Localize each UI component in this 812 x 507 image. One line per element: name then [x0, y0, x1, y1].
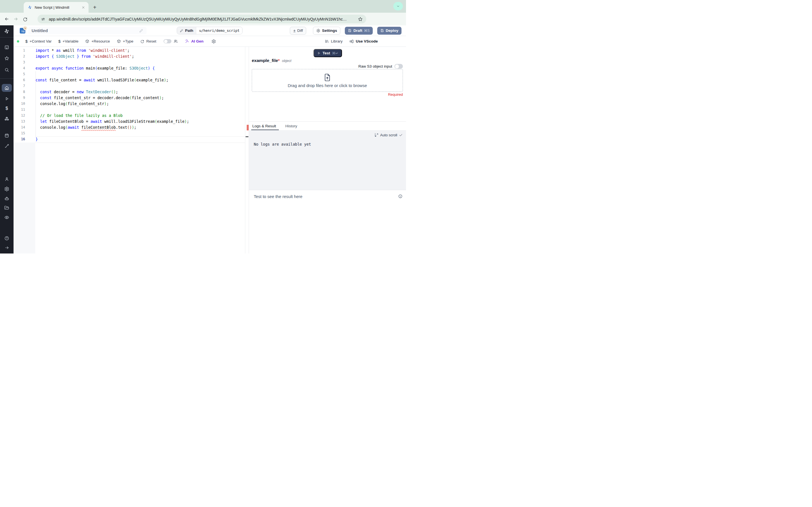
url-text: app.windmill.dev/scripts/add#JTdCJTIyaGF…	[49, 17, 355, 21]
line-number: 1	[13, 48, 25, 54]
code-line[interactable]: 7	[13, 83, 245, 89]
settings-button[interactable]: Settings	[313, 27, 340, 35]
code-text: console.log(await fileContentBlob.text()…	[36, 124, 137, 130]
collab-toggle-group	[163, 39, 178, 44]
expand-icon[interactable]	[375, 133, 378, 137]
no-logs-message: No logs are available yet	[254, 142, 311, 147]
code-line[interactable]: 1import * as wmill from 'windmill-client…	[13, 48, 245, 54]
code-line[interactable]: 2import { S3Object } from 'windmill-clie…	[13, 54, 245, 59]
logs-section: Logs & Result History Auto scroll No log…	[249, 121, 406, 253]
edit-pencil-icon[interactable]	[139, 29, 143, 33]
cursor-marker	[246, 136, 248, 137]
code-text: import * as wmill from 'windmill-client'…	[36, 48, 130, 54]
sidebar-item-home[interactable]	[2, 84, 12, 92]
line-number: 16	[13, 136, 25, 142]
code-line[interactable]: 16}	[13, 136, 245, 142]
sidebar-item-account[interactable]	[0, 175, 13, 183]
site-settings-icon[interactable]	[41, 17, 45, 21]
reset-button[interactable]: Reset	[140, 39, 156, 43]
sidebar-item-settings[interactable]	[0, 185, 13, 193]
sidebar-item-audit-logs[interactable]	[0, 214, 13, 221]
code-line[interactable]: 12 // Or load the file lazily as a Blob	[13, 113, 245, 119]
windmill-logo-icon	[4, 28, 10, 34]
save-icon	[348, 29, 352, 33]
reload-icon[interactable]	[22, 17, 28, 22]
package-icon	[85, 39, 89, 43]
code-editor[interactable]: 1import * as wmill from 'windmill-client…	[13, 47, 245, 253]
address-bar[interactable]: app.windmill.dev/scripts/add#JTdCJTIyaGF…	[38, 15, 366, 23]
sidebar-item-schedules[interactable]	[0, 132, 13, 139]
line-number: 5	[13, 71, 25, 77]
path-edit-button[interactable]: Path	[177, 27, 196, 34]
test-button[interactable]: Test ⌘↵	[313, 49, 342, 57]
result-area: Test to see the result here	[249, 190, 406, 199]
tab-search-chevron-button[interactable]	[393, 2, 403, 10]
code-line[interactable]: 8 const decoder = new TextDecoder();	[13, 89, 245, 95]
preview-panel: Test ⌘↵ example_file * object Raw S3 obj…	[249, 47, 406, 253]
code-line[interactable]: 4export async function main(example_file…	[13, 65, 245, 71]
argument-type: object	[282, 59, 291, 63]
code-text: let fileContentBlob = await wmill.loadS3…	[36, 119, 189, 124]
sidebar-collapse-arrow[interactable]	[0, 244, 13, 251]
line-number: 9	[13, 95, 25, 101]
code-line[interactable]: 15	[13, 130, 245, 136]
code-line[interactable]: 10 console.log(file_content_str);	[13, 101, 245, 107]
vscode-icon	[349, 39, 354, 44]
code-line[interactable]: 9 const file_content_str = decoder.decod…	[13, 95, 245, 101]
diff-button[interactable]: ± Diff	[290, 27, 306, 35]
overview-ruler[interactable]	[245, 47, 249, 253]
sidebar-item-workspace[interactable]	[0, 44, 13, 51]
sidebar-item-runs[interactable]	[0, 95, 13, 102]
add-type-button[interactable]: +Type	[117, 39, 133, 43]
code-line[interactable]: 3	[13, 59, 245, 65]
script-title-input[interactable]: Untitled	[28, 27, 147, 34]
tab-logs-result[interactable]: Logs & Result	[252, 122, 276, 130]
back-icon[interactable]	[4, 16, 9, 22]
sidebar-item-resources[interactable]	[0, 115, 13, 122]
code-line[interactable]: 6const file_content = await wmill.loadS3…	[13, 77, 245, 83]
ai-gen-button[interactable]: AI Gen	[185, 39, 204, 43]
tab-close-icon[interactable]	[81, 5, 86, 10]
code-line[interactable]: 13 let fileContentBlob = await wmill.loa…	[13, 119, 245, 124]
new-tab-button[interactable]: +	[91, 3, 99, 11]
raw-s3-toggle-row: Raw S3 object input	[358, 64, 403, 69]
bookmark-star-icon[interactable]	[358, 17, 363, 22]
deploy-button[interactable]: Deploy	[377, 27, 402, 35]
browser-tab[interactable]: New Script | Windmill	[24, 2, 89, 13]
logs-tabs: Logs & Result History	[249, 122, 406, 130]
library-button[interactable]: Library	[325, 39, 343, 43]
path-control[interactable]: Path u/henri/demo_script	[177, 27, 243, 34]
line-number: 10	[13, 101, 25, 107]
editor-settings-button[interactable]	[211, 39, 216, 44]
line-number: 6	[13, 77, 25, 83]
info-icon[interactable]	[398, 194, 403, 199]
wand-sparkles-icon	[185, 39, 189, 43]
required-asterisk: *	[278, 58, 280, 63]
add-context-var-button[interactable]: $ +Context Var	[26, 39, 52, 43]
dollar-icon: $	[58, 40, 61, 43]
sidebar-item-help[interactable]	[0, 235, 13, 242]
sidebar-item-favorites[interactable]	[0, 55, 13, 62]
code-line[interactable]: 11	[13, 107, 245, 113]
sidebar-item-search[interactable]	[0, 66, 13, 73]
tab-history[interactable]: History	[285, 122, 297, 130]
raw-s3-toggle[interactable]	[395, 64, 403, 69]
add-variable-button[interactable]: $ +Variable	[58, 39, 79, 43]
code-line[interactable]: 5	[13, 71, 245, 77]
forward-icon[interactable]	[13, 16, 18, 22]
add-resource-button[interactable]: +Resource	[85, 39, 110, 43]
sidebar-item-variables[interactable]: $	[0, 105, 13, 112]
sidebar: $	[0, 25, 13, 253]
auto-scroll-control[interactable]: Auto scroll	[375, 133, 403, 137]
draft-button[interactable]: Draft ⌘S	[345, 27, 373, 35]
sidebar-item-folders[interactable]	[0, 204, 13, 212]
use-vscode-button[interactable]: Use VScode	[349, 39, 378, 44]
file-dropzone[interactable]: Drag and drop files here or click to bro…	[252, 69, 403, 92]
dropzone-text: Drag and drop files here or click to bro…	[288, 83, 367, 88]
sidebar-item-flows[interactable]	[0, 142, 13, 150]
argument-name: example_file	[252, 58, 278, 63]
code-line[interactable]: 14 console.log(await fileContentBlob.tex…	[13, 124, 245, 130]
sidebar-item-workers[interactable]	[0, 195, 13, 202]
collaboration-toggle[interactable]	[163, 39, 171, 43]
file-upload-icon	[323, 73, 331, 82]
